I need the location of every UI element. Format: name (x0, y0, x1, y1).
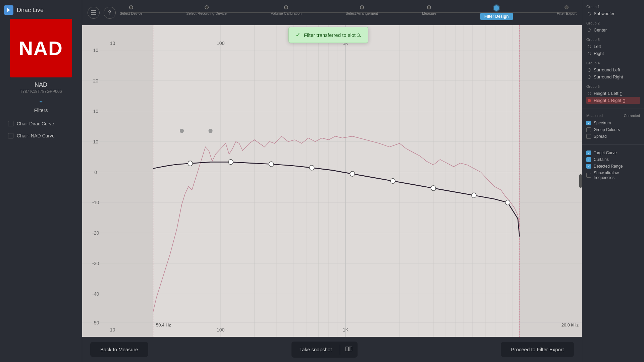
filter-checkbox-1[interactable] (8, 121, 13, 126)
svg-point-53 (228, 160, 233, 165)
svg-point-60 (505, 200, 510, 205)
topbar: ? Select Device Select Recording Device … (82, 0, 582, 25)
filter-list: Chair Dirac Curve Chair- NAD Curve (0, 118, 82, 142)
channel-surround-right[interactable]: Surround Right (586, 73, 640, 80)
device-model: T787 K18T787GPP006 (20, 89, 62, 94)
step-measure[interactable]: Measure (422, 5, 436, 20)
logo-area: Dirac Live NAD NAD T787 K18T787GPP006 ⌄ … (0, 0, 82, 118)
svg-text:10: 10 (110, 40, 115, 46)
view-target-curve[interactable]: Target Curve (586, 149, 640, 156)
legend-cb-group-colours-measured[interactable] (586, 127, 591, 132)
view-label-target-curve: Target Curve (594, 150, 617, 155)
take-snapshot-button[interactable]: Take snapshot (291, 342, 340, 357)
view-cb-target-curve[interactable] (586, 150, 591, 155)
step-volume-calibration[interactable]: Volume Calibration (271, 5, 302, 20)
group-2-section: Group 2 Center (582, 19, 644, 36)
group-2-title: Group 2 (586, 21, 640, 25)
filter-item-1[interactable]: Chair Dirac Curve (5, 118, 76, 130)
help-button[interactable]: ? (104, 7, 116, 19)
filters-label: Filters (34, 107, 48, 113)
channel-dot-surround-left (588, 68, 591, 72)
legend-cb-spectrum-measured[interactable] (586, 121, 591, 125)
svg-text:100: 100 (217, 40, 224, 46)
legend-measured-header: Measured (586, 114, 603, 118)
view-ultralow-freq[interactable]: Show ultralow frequencies (586, 170, 640, 181)
channel-height1-left[interactable]: Height 1 Left () (586, 90, 640, 97)
view-curtains[interactable]: Curtains (586, 156, 640, 163)
view-cb-detected-range[interactable] (586, 164, 591, 169)
step-dot-7 (565, 5, 569, 9)
legend-label-spread: Spread (594, 134, 607, 139)
device-name: NAD (35, 81, 47, 88)
view-cb-ultralow-freq[interactable] (586, 173, 591, 178)
view-label-detected-range: Detected Range (594, 164, 623, 169)
snapshot-icon-button[interactable] (340, 342, 358, 358)
notification-text: Filter transferred to slot 3. (304, 32, 361, 38)
progress-steps: Select Device Select Recording Device Vo… (120, 5, 577, 20)
channel-center[interactable]: Center (586, 26, 640, 34)
step-select-device[interactable]: Select Device (120, 5, 142, 20)
channel-subwoofer[interactable]: Subwoofer (586, 10, 640, 17)
step-label-3: Volume Calibration (271, 11, 302, 15)
svg-point-54 (269, 162, 274, 167)
svg-text:1K: 1K (343, 327, 349, 333)
channel-right[interactable]: Right (586, 50, 640, 57)
filter-item-2-label: Chair- NAD Curve (17, 133, 55, 138)
svg-point-59 (472, 193, 476, 198)
channel-label-surround-right: Surround Right (594, 74, 623, 79)
svg-marker-0 (7, 8, 10, 12)
frequency-chart: 10 20 10 10 0 -10 -20 -30 -40 -50 10 100… (82, 25, 582, 337)
svg-text:-20: -20 (92, 230, 99, 236)
back-to-measure-button[interactable]: Back to Measure (90, 342, 148, 357)
legend-spectrum[interactable]: Spectrum (586, 120, 640, 126)
chart-container[interactable]: 10 20 10 10 0 -10 -20 -30 -40 -50 10 100… (82, 25, 582, 337)
nad-logo-box: NAD (10, 19, 72, 77)
view-label-ultralow-freq: Show ultralow frequencies (594, 171, 640, 180)
bottom-bar: Back to Measure Take snapshot Proceed to… (82, 337, 582, 362)
view-detected-range[interactable]: Detected Range (586, 163, 640, 170)
channel-surround-left[interactable]: Surround Left (586, 66, 640, 73)
svg-rect-2 (82, 25, 153, 337)
channel-dot-left (588, 45, 591, 48)
step-label-4: Select Arrangement (345, 11, 378, 15)
svg-point-61 (180, 129, 184, 133)
filter-item-2[interactable]: Chair- NAD Curve (5, 130, 76, 142)
step-label-7: Filter Export (557, 11, 577, 15)
step-recording-device[interactable]: Select Recording Device (186, 5, 226, 20)
view-cb-curtains[interactable] (586, 157, 591, 162)
channel-dot-height1-right (588, 99, 591, 102)
proceed-to-filter-export-button[interactable]: Proceed to Filter Export (501, 342, 574, 357)
filter-item-1-label: Chair Dirac Curve (17, 121, 54, 126)
svg-text:-10: -10 (92, 200, 99, 205)
dirac-logo-text: Dirac Live (17, 7, 44, 14)
step-label-6: Filter Design (480, 13, 513, 20)
svg-rect-1 (82, 25, 582, 337)
menu-button[interactable] (88, 7, 100, 19)
filter-checkbox-2[interactable] (8, 133, 13, 138)
legend-cb-spread-measured[interactable] (586, 134, 591, 139)
chevron-down-icon[interactable]: ⌄ (38, 96, 44, 105)
svg-text:100: 100 (217, 327, 224, 333)
channel-label-height1-left: Height 1 Left () (594, 91, 623, 96)
dirac-logo: Dirac Live (4, 5, 44, 15)
step-dot-4 (360, 5, 364, 9)
group-3-title: Group 3 (586, 38, 640, 42)
step-arrangement[interactable]: Select Arrangement (345, 5, 378, 20)
channel-label-surround-left: Surround Left (594, 67, 620, 72)
freq-label-high: 20.0 kHz (561, 322, 579, 327)
group-3-section: Group 3 Left Right (582, 36, 644, 59)
step-filter-export[interactable]: Filter Export (557, 5, 577, 20)
channel-height1-right[interactable]: Height 1 Right () (586, 97, 640, 104)
legend-spread[interactable]: Spread (586, 133, 640, 140)
channel-dot-center (588, 28, 591, 32)
resize-handle[interactable] (579, 174, 582, 188)
channel-label-center: Center (594, 27, 607, 33)
step-filter-design[interactable]: Filter Design (480, 5, 513, 20)
step-dot-2 (205, 5, 209, 9)
channel-left[interactable]: Left (586, 43, 640, 50)
step-label-5: Measure (422, 11, 436, 15)
svg-text:10: 10 (93, 139, 98, 144)
step-label-2: Select Recording Device (186, 11, 226, 15)
svg-text:20: 20 (93, 78, 98, 83)
legend-group-colours[interactable]: Group Colours (586, 126, 640, 133)
